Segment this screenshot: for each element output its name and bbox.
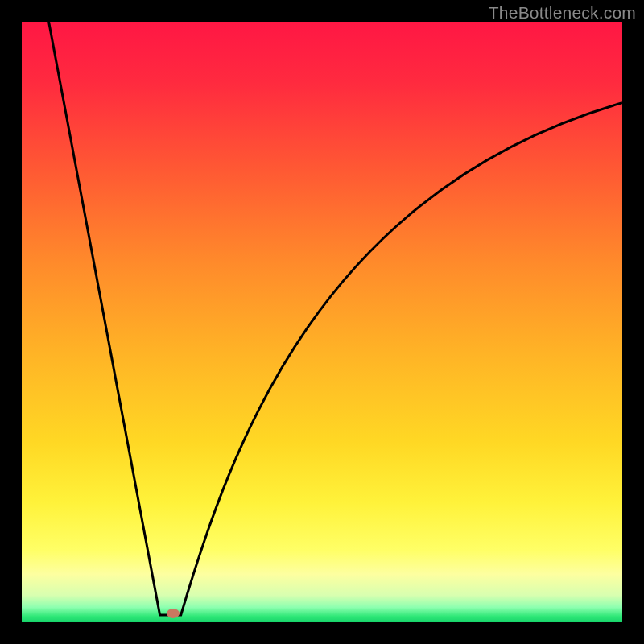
optimal-point-marker: [167, 609, 180, 618]
bottleneck-curve: [49, 22, 622, 615]
plot-area: [22, 22, 622, 622]
curve-layer: [22, 22, 622, 622]
chart-container: TheBottleneck.com: [0, 0, 644, 644]
watermark-text: TheBottleneck.com: [489, 3, 636, 23]
